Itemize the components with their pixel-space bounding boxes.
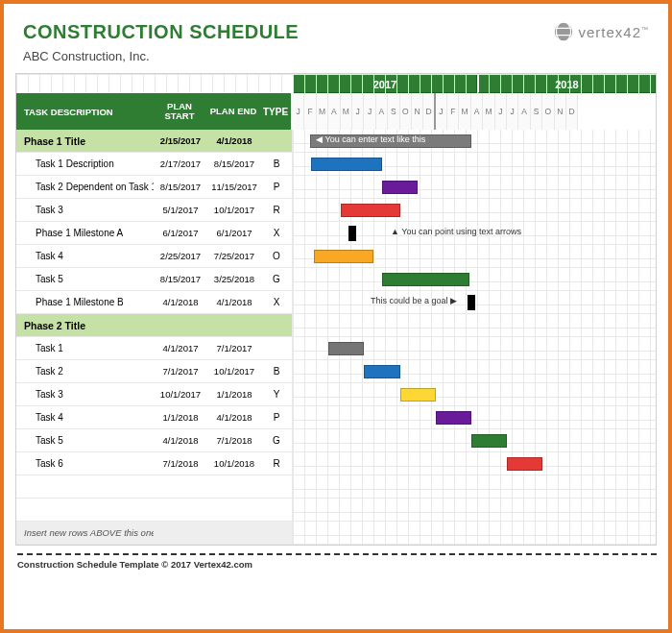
gantt-bar[interactable] <box>471 434 507 448</box>
task-name[interactable]: Task 1 Description <box>16 158 154 169</box>
plan-end-cell[interactable]: 7/25/2017 <box>207 251 261 261</box>
month-cell: J <box>507 93 518 130</box>
gantt-bar[interactable] <box>364 365 399 378</box>
insert-note[interactable]: Insert new rows ABOVE this one <box>16 527 154 538</box>
col-task[interactable]: TASK DESCRIPTION <box>16 107 153 117</box>
month-cell: A <box>471 93 483 130</box>
task-name[interactable]: Task 4 <box>16 251 154 261</box>
task-row: Task 1 4/1/2017 7/1/2017 <box>16 337 656 360</box>
month-cell: S <box>531 93 542 130</box>
gantt-rows: Phase 1 Title 2/15/2017 4/1/2018 ◀ You c… <box>16 130 656 475</box>
gantt-bar[interactable] <box>314 250 373 263</box>
task-name[interactable]: Task 3 <box>16 205 154 215</box>
plan-end-cell[interactable]: 10/1/2017 <box>207 366 261 377</box>
plan-start-cell[interactable]: 6/1/2017 <box>154 228 207 238</box>
type-cell[interactable]: O <box>261 251 292 261</box>
month-cell: M <box>459 93 470 130</box>
task-row: Task 3 10/1/2017 1/1/2018 Y <box>16 383 656 406</box>
type-cell[interactable]: R <box>261 458 292 469</box>
task-name[interactable]: Task 4 <box>16 412 154 423</box>
plan-end-cell[interactable]: 11/15/2017 <box>207 182 261 192</box>
month-cell: S <box>388 93 399 130</box>
plan-end-cell[interactable]: 7/1/2018 <box>207 435 261 446</box>
task-name[interactable]: Task 6 <box>16 458 154 469</box>
page-title: CONSTRUCTION SCHEDULE <box>23 21 299 43</box>
task-name[interactable]: Task 1 <box>16 343 154 353</box>
plan-start-cell[interactable]: 8/15/2017 <box>154 182 207 192</box>
plan-end-cell[interactable]: 8/15/2017 <box>207 158 261 169</box>
type-cell[interactable]: G <box>261 435 292 446</box>
type-cell[interactable]: G <box>261 274 292 284</box>
title-block: CONSTRUCTION SCHEDULE ABC Construction, … <box>23 21 299 63</box>
gantt-bar[interactable] <box>328 342 364 355</box>
month-cell: O <box>400 93 412 130</box>
plan-start-cell[interactable]: 2/17/2017 <box>154 158 207 169</box>
plan-end-cell[interactable]: 10/1/2017 <box>207 205 261 215</box>
type-cell[interactable]: X <box>261 228 292 238</box>
plan-start-cell[interactable]: 10/1/2017 <box>154 389 207 400</box>
plan-start-cell[interactable]: 4/1/2018 <box>154 297 207 307</box>
footer-divider <box>17 553 657 555</box>
type-cell[interactable]: P <box>261 182 292 192</box>
task-row: Task 3 5/1/2017 10/1/2017 R <box>16 199 656 222</box>
plan-end-cell[interactable]: 1/1/2018 <box>207 389 261 400</box>
plan-start-cell[interactable]: 4/1/2017 <box>154 343 207 353</box>
task-name[interactable]: Phase 1 Milestone B <box>16 297 154 307</box>
task-name[interactable]: Phase 1 Milestone A <box>16 228 154 238</box>
task-name[interactable]: Task 5 <box>16 435 154 446</box>
annotation-enter-text: ◀ You can enter text like this <box>316 134 425 144</box>
milestone-marker[interactable] <box>468 295 475 310</box>
gantt-bar[interactable] <box>400 388 436 402</box>
plan-start-cell[interactable]: 7/1/2017 <box>154 366 207 377</box>
plan-end-cell[interactable]: 4/1/2018 <box>207 297 261 307</box>
type-cell[interactable]: Y <box>261 389 292 400</box>
task-name[interactable]: Task 2 <box>16 366 154 377</box>
type-cell[interactable]: B <box>261 158 292 169</box>
gantt-bar[interactable] <box>507 457 542 471</box>
task-name[interactable]: Task 2 Dependent on Task 1 <box>16 182 154 192</box>
plan-start-cell[interactable]: 4/1/2018 <box>154 435 207 446</box>
plan-start-cell[interactable]: 2/25/2017 <box>154 251 207 261</box>
month-cell: J <box>436 93 447 130</box>
task-name[interactable]: Task 3 <box>16 389 154 400</box>
vertex42-logo: vertex42™ <box>553 21 649 42</box>
month-cell: A <box>518 93 530 130</box>
plan-end-cell[interactable]: 7/1/2017 <box>207 343 261 353</box>
col-plan-start[interactable]: PLAN START <box>153 102 206 122</box>
gantt-bar[interactable] <box>311 158 382 171</box>
plan-end-cell[interactable]: 10/1/2018 <box>207 458 261 469</box>
task-row: Phase 1 Milestone A 6/1/2017 6/1/2017 X … <box>16 222 656 245</box>
col-plan-end[interactable]: PLAN END <box>206 107 260 116</box>
type-cell[interactable]: R <box>261 205 292 215</box>
task-name[interactable]: Phase 1 Title <box>16 135 154 147</box>
task-name[interactable]: Phase 2 Title <box>16 320 154 331</box>
plan-end-cell[interactable]: 4/1/2018 <box>207 135 261 146</box>
gantt-bar[interactable] <box>382 273 469 286</box>
plan-start-cell[interactable]: 2/15/2017 <box>154 135 207 146</box>
month-cell: F <box>447 93 459 130</box>
month-cell: A <box>376 93 388 130</box>
gantt-bar[interactable] <box>341 204 400 217</box>
task-row: Task 5 8/15/2017 3/25/2018 G <box>16 268 656 291</box>
type-cell[interactable]: P <box>261 412 292 423</box>
task-row: Phase 1 Milestone B 4/1/2018 4/1/2018 X … <box>16 291 656 314</box>
milestone-marker[interactable] <box>348 226 356 241</box>
phase-row: Phase 2 Title <box>16 314 656 337</box>
col-type[interactable]: TYPE <box>260 107 291 117</box>
type-cell[interactable]: X <box>261 297 292 307</box>
plan-start-cell[interactable]: 1/1/2018 <box>154 412 207 423</box>
type-cell[interactable]: B <box>261 366 292 377</box>
plan-end-cell[interactable]: 6/1/2017 <box>207 228 261 238</box>
gantt-bar[interactable] <box>382 181 418 194</box>
footer-text: Construction Schedule Template © 2017 Ve… <box>17 559 668 570</box>
plan-start-cell[interactable]: 7/1/2018 <box>154 458 207 469</box>
gantt-chart: 2017 2018 TASK DESCRIPTION PLAN START PL… <box>15 73 657 546</box>
month-cell: J <box>293 93 304 130</box>
plan-start-cell[interactable]: 5/1/2017 <box>154 205 207 215</box>
plan-start-cell[interactable]: 8/15/2017 <box>154 274 207 284</box>
gantt-bar[interactable] <box>436 411 471 425</box>
plan-end-cell[interactable]: 4/1/2018 <box>207 412 261 423</box>
plan-end-cell[interactable]: 3/25/2018 <box>207 274 261 284</box>
month-cell: J <box>495 93 507 130</box>
task-name[interactable]: Task 5 <box>16 274 154 284</box>
